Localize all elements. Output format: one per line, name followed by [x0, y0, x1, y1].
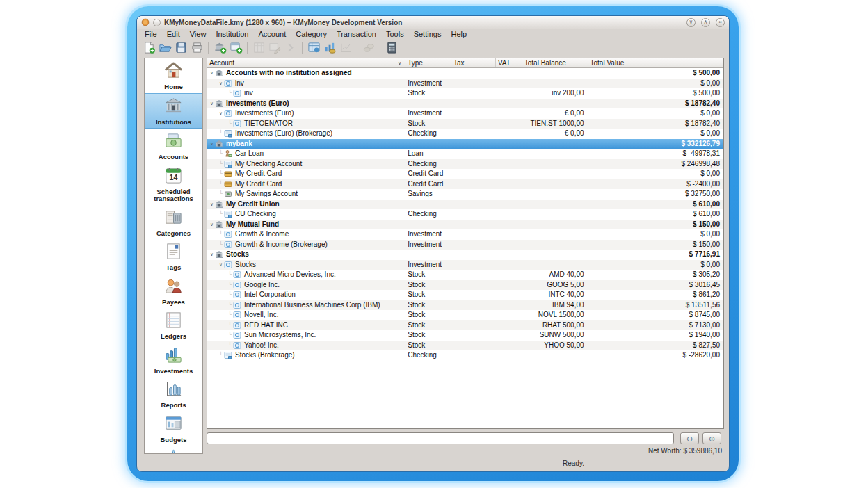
account-name: Stocks: [233, 260, 256, 270]
menu-account[interactable]: Account: [253, 29, 291, 40]
account-row-red-hat-inc[interactable]: └RED HAT INCStockRHAT 500,00$ 7130,00: [207, 320, 723, 331]
expand-arrow-icon[interactable]: ∨: [209, 68, 215, 79]
account-row-sun-microsystems-inc[interactable]: └Sun Microsystems, Inc.StockSUNW 500,00$…: [207, 330, 723, 341]
account-type: Stock: [405, 341, 451, 351]
account-row-stocks[interactable]: ∨StocksInvestment$ 0,00: [207, 260, 723, 270]
expand-arrow-icon[interactable]: ∨: [209, 200, 215, 210]
column-header-vat[interactable]: VAT: [495, 58, 522, 67]
account-row-yahoo-inc[interactable]: └Yahoo! Inc.StockYHOO 50,00$ 827,50: [207, 341, 723, 351]
account-row-google-inc[interactable]: └Google Inc.StockGOOG 5,00$ 3016,45: [207, 280, 723, 291]
checking-account-icon: [224, 160, 233, 168]
sidebar-item-ledgers[interactable]: Ledgers: [145, 308, 202, 343]
new-file-icon[interactable]: [142, 41, 156, 55]
sidebar-item-reports[interactable]: Reports: [145, 377, 202, 412]
invest-account-icon: [224, 79, 233, 88]
column-header-type[interactable]: Type: [405, 58, 451, 67]
total-value: $ 500,00: [588, 88, 723, 99]
account-row-tietoenator[interactable]: └TIETOENATORStockTIEN.ST 1000,00$ 18782,…: [207, 119, 723, 129]
account-row-cu-checking[interactable]: └CU CheckingChecking$ 610,00: [207, 209, 723, 220]
invest-account-icon: [233, 291, 242, 299]
column-header-total-value[interactable]: Total Value: [588, 58, 723, 67]
account-row-inv[interactable]: └invStockinv 200,00$ 500,00: [207, 88, 723, 99]
minimize-button[interactable]: ∨: [686, 18, 696, 27]
menu-edit[interactable]: Edit: [162, 29, 185, 40]
column-header-account[interactable]: Account∨: [207, 58, 405, 67]
close-button[interactable]: ×: [716, 18, 725, 27]
bank-account-icon: [215, 250, 224, 259]
sidebar-item-label: Budgets: [145, 437, 202, 444]
account-row-inv[interactable]: ∨invInvestment$ 0,00: [207, 79, 723, 89]
menu-transaction[interactable]: Transaction: [332, 29, 381, 40]
account-row-investments-euro[interactable]: ∨Investments (Euro)$ 18782,40: [207, 99, 723, 109]
open-file-icon[interactable]: [158, 41, 172, 55]
bank-account-icon: [215, 69, 224, 77]
column-header-total-balance[interactable]: Total Balance: [522, 58, 588, 67]
total-value: $ 610,00: [588, 200, 723, 210]
menu-help[interactable]: Help: [446, 29, 472, 40]
expand-arrow-icon[interactable]: ∨: [209, 99, 215, 109]
account-row-advanced-micro-devices-inc[interactable]: └Advanced Micro Devices, Inc.StockAMD 40…: [207, 270, 723, 280]
account-row-intel-corporation[interactable]: └Intel CorporationStockINTC 40,00$ 861,2…: [207, 290, 723, 300]
menu-view[interactable]: View: [185, 29, 211, 40]
menu-settings[interactable]: Settings: [409, 29, 447, 40]
investments-view-icon[interactable]: [323, 41, 337, 55]
sidebar-item-scheduled-transactions[interactable]: 14Scheduled transactions: [145, 163, 202, 205]
menu-institution[interactable]: Institution: [211, 29, 253, 40]
account-row-car-loan[interactable]: └Car LoanLoan$ -49978,31: [207, 149, 723, 159]
account-row-investments-euro-brokerage[interactable]: └Investments (Euro) (Brokerage)Checking€…: [207, 129, 723, 139]
ledgers-view-icon[interactable]: [307, 41, 321, 55]
expand-arrow-icon[interactable]: ∨: [209, 250, 215, 260]
expand-arrow-icon[interactable]: ∨: [218, 79, 224, 89]
account-type: Loan: [405, 149, 451, 159]
sidebar-item-institutions[interactable]: Institutions: [145, 93, 202, 129]
sidebar-item-investments[interactable]: Investments: [145, 343, 202, 377]
maximize-button[interactable]: ∧: [701, 18, 710, 27]
print-icon[interactable]: [190, 41, 204, 55]
sidebar-item-budgets[interactable]: Budgets: [145, 412, 202, 446]
account-row-stocks-brokerage[interactable]: └Stocks (Brokerage)Checking$ -28620,00: [207, 350, 723, 361]
menu-tools[interactable]: Tools: [381, 29, 409, 40]
account-row-mybank[interactable]: ∨mybank$ 332126,79: [207, 139, 723, 149]
shade-button[interactable]: [153, 19, 161, 26]
menu-category[interactable]: Category: [291, 29, 332, 40]
account-row-stocks[interactable]: ∨Stocks$ 7716,91: [207, 250, 723, 260]
sidebar-item-payees[interactable]: Payees: [145, 274, 202, 309]
titlebar[interactable]: KMyMoneyDataFile.kmy (1280 x 960) – KMyM…: [137, 16, 729, 29]
account-row-my-credit-union[interactable]: ∨My Credit Union$ 610,00: [207, 200, 723, 210]
account-row-my-mutual-fund[interactable]: ∨My Mutual Fund$ 150,00: [207, 220, 723, 230]
expand-arrow-icon[interactable]: ∨: [218, 108, 224, 119]
new-account-icon[interactable]: [229, 41, 243, 55]
investments-icon: [145, 345, 202, 367]
expand-all-button[interactable]: ⊕: [702, 432, 721, 444]
account-row-my-credit-card[interactable]: └My Credit CardCredit Card$ -2400,00: [207, 179, 723, 190]
sidebar-item-categories[interactable]: Categories: [145, 205, 202, 240]
account-row-growth-income-brokerage[interactable]: └Growth & Income (Brokerage)Investment$ …: [207, 240, 723, 250]
edit-account-icon: [268, 41, 282, 55]
expand-arrow-icon[interactable]: ∨: [209, 139, 215, 149]
tree-branch-icon: └: [218, 189, 224, 200]
sidebar-item-forecast[interactable]: Forecast: [145, 446, 202, 454]
window-controls: ∨∧×: [686, 18, 725, 27]
account-row-international-business-machines-corp-ibm[interactable]: └International Business Machines Corp (I…: [207, 300, 723, 311]
account-type: Investment: [405, 229, 451, 240]
column-header-tax[interactable]: Tax: [451, 58, 495, 67]
menu-file[interactable]: File: [140, 29, 162, 40]
account-row-investments-euro[interactable]: ∨Investments (Euro)Investment€ 0,00$ 0,0…: [207, 108, 723, 119]
sidebar-item-tags[interactable]: Tags: [145, 239, 202, 274]
filter-input[interactable]: [207, 432, 674, 444]
collapse-all-button[interactable]: ⊖: [680, 432, 699, 444]
account-row-my-savings-account[interactable]: └My Savings AccountSavings$ 32750,00: [207, 189, 723, 200]
account-row-novell-inc[interactable]: └Novell, Inc.StockNOVL 1500,00$ 8745,00: [207, 310, 723, 320]
account-row-growth-income[interactable]: └Growth & IncomeInvestment$ 0,00: [207, 229, 723, 240]
account-row-accounts-with-no-institution-assigned[interactable]: ∨Accounts with no institution assigned$ …: [207, 68, 723, 79]
save-file-icon[interactable]: [174, 41, 188, 55]
account-row-my-credit-card[interactable]: └My Credit CardCredit Card$ 0,00: [207, 169, 723, 179]
new-institution-icon[interactable]: [213, 41, 227, 55]
expand-arrow-icon[interactable]: ∨: [218, 260, 224, 270]
calculator-icon[interactable]: [385, 41, 399, 55]
expand-arrow-icon[interactable]: ∨: [209, 220, 215, 230]
sidebar-item-accounts[interactable]: Accounts: [145, 129, 202, 163]
account-name: Stocks: [224, 250, 249, 260]
account-row-my-checking-account[interactable]: └My Checking AccountChecking$ 246998,48: [207, 159, 723, 170]
sidebar-item-home[interactable]: Home: [145, 58, 202, 93]
